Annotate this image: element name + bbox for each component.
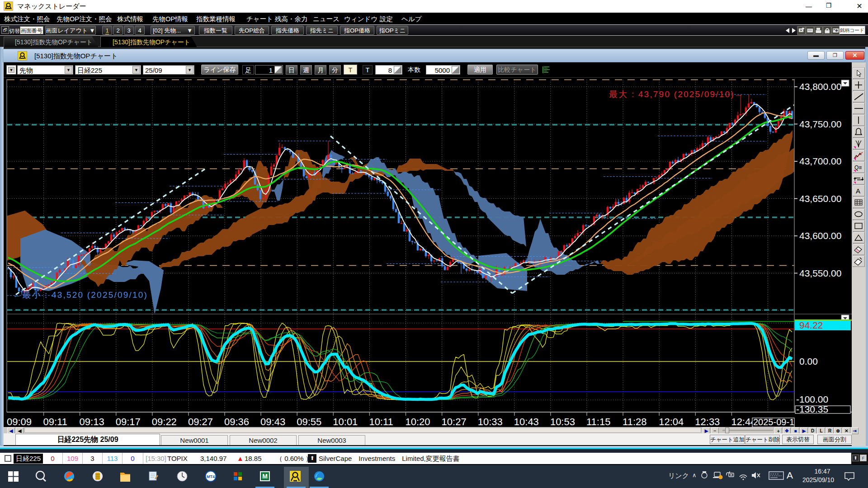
svg-text:12:04: 12:04 bbox=[659, 416, 684, 427]
svg-text:10:01: 10:01 bbox=[333, 416, 358, 427]
svg-text:43,650.00: 43,650.00 bbox=[799, 193, 841, 204]
svg-text:0.00: 0.00 bbox=[799, 356, 818, 366]
svg-text:2025-09-1: 2025-09-1 bbox=[753, 417, 794, 427]
svg-text:10:53: 10:53 bbox=[550, 416, 575, 427]
svg-text:-100.00: -100.00 bbox=[796, 394, 828, 404]
svg-text:09:22: 09:22 bbox=[152, 416, 177, 427]
svg-text:-130.35: -130.35 bbox=[796, 404, 828, 414]
svg-text:Q≡: Q≡ bbox=[854, 164, 862, 171]
svg-text:94.22: 94.22 bbox=[799, 320, 823, 330]
svg-text:10:20: 10:20 bbox=[406, 416, 430, 427]
svg-text:←最小 : 43,520 (2025/09/10): ←最小 : 43,520 (2025/09/10) bbox=[13, 290, 148, 300]
svg-text:09:55: 09:55 bbox=[297, 416, 321, 427]
svg-text:MT4: MT4 bbox=[207, 474, 215, 479]
svg-text:12:33: 12:33 bbox=[695, 416, 720, 427]
svg-text:最大 : 43,790 (2025/09/10)→: 最大 : 43,790 (2025/09/10)→ bbox=[609, 89, 744, 99]
svg-text:10:27: 10:27 bbox=[442, 416, 467, 427]
svg-text:09:36: 09:36 bbox=[224, 416, 249, 427]
svg-text:09:27: 09:27 bbox=[188, 416, 213, 427]
svg-text:09:09: 09:09 bbox=[7, 416, 32, 427]
svg-text:10:43: 10:43 bbox=[514, 416, 539, 427]
svg-text:09:13: 09:13 bbox=[80, 416, 104, 427]
svg-text:10:11: 10:11 bbox=[369, 416, 393, 427]
svg-text:A: A bbox=[856, 187, 860, 195]
svg-text:10:33: 10:33 bbox=[478, 416, 503, 427]
svg-text:43,750.00: 43,750.00 bbox=[799, 119, 841, 129]
svg-text:43,550.00: 43,550.00 bbox=[799, 268, 841, 278]
svg-text:09:43: 09:43 bbox=[260, 416, 285, 427]
svg-text:11:15: 11:15 bbox=[586, 416, 610, 427]
svg-text:09:17: 09:17 bbox=[116, 416, 141, 427]
svg-text:M: M bbox=[262, 473, 268, 480]
svg-text:43,700.00: 43,700.00 bbox=[799, 156, 841, 166]
svg-text:09:11: 09:11 bbox=[43, 416, 67, 427]
svg-text:43,800.00: 43,800.00 bbox=[799, 81, 841, 92]
svg-text:11:28: 11:28 bbox=[623, 416, 646, 427]
svg-text:43,600.00: 43,600.00 bbox=[799, 230, 841, 241]
